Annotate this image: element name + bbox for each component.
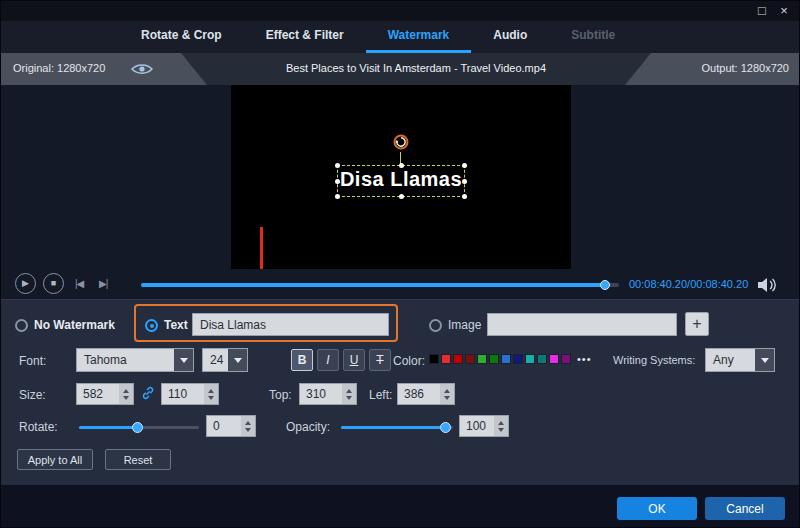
image-watermark-label[interactable]: Image [448,318,481,332]
text-watermark-label[interactable]: Text [164,318,188,332]
height-value: 110 [168,387,187,401]
no-watermark-label[interactable]: No Watermark [34,318,115,332]
width-spinner[interactable]: 582 [76,383,134,405]
seek-progress [141,283,605,287]
color-swatch[interactable] [453,354,463,364]
image-watermark-input[interactable] [487,313,677,336]
left-spinner[interactable]: 386 [397,383,455,405]
spinner-arrows[interactable] [119,384,133,404]
stop-button[interactable]: ■ [43,273,64,294]
link-dimensions-icon[interactable] [140,385,156,405]
spinner-arrows[interactable] [241,416,255,436]
add-image-button[interactable]: + [685,312,709,336]
reset-button[interactable]: Reset [105,449,171,470]
rotate-slider-fill [79,426,137,429]
play-button[interactable]: ▶ [15,273,36,294]
resize-handle[interactable] [335,194,340,199]
color-swatch[interactable] [513,354,523,364]
tab-audio[interactable]: Audio [471,21,549,53]
resize-handle[interactable] [335,179,340,184]
rotate-slider-knob[interactable] [132,422,143,433]
color-swatch[interactable] [441,354,451,364]
opacity-spinner[interactable]: 100 [459,415,509,437]
info-bar: Original: 1280x720 Best Places to Visit … [1,53,800,85]
color-swatch[interactable] [477,354,487,364]
tab-watermark[interactable]: Watermark [366,21,472,53]
resize-handle[interactable] [335,163,340,168]
left-value: 386 [404,387,424,401]
tab-subtitle[interactable]: Subtitle [549,21,637,53]
spinner-arrows[interactable] [204,384,218,404]
color-swatch[interactable] [465,354,475,364]
watermark-overlay-text[interactable]: Disa Llamas [338,168,464,191]
top-value: 310 [306,387,326,401]
video-frame: Disa Llamas [231,85,571,269]
underline-button[interactable]: U [343,349,365,371]
color-swatch[interactable] [525,354,535,364]
chevron-down-icon [755,349,774,371]
more-colors-button[interactable]: ••• [577,353,592,365]
cancel-button[interactable]: Cancel [705,497,785,520]
footer-bar: OK Cancel [1,485,800,528]
font-dropdown[interactable]: Tahoma [76,348,194,372]
left-label: Left: [369,388,392,402]
font-size-dropdown[interactable]: 24 [202,348,248,372]
seek-handle[interactable] [600,280,610,290]
image-watermark-radio[interactable] [429,319,442,332]
spinner-arrows[interactable] [342,384,356,404]
resize-handle[interactable] [399,163,404,168]
seek-slider[interactable] [141,283,619,287]
resize-handle[interactable] [462,194,467,199]
rotate-value: 0 [213,419,220,433]
italic-button[interactable]: I [317,349,339,371]
ok-button[interactable]: OK [617,497,697,520]
font-size-value: 24 [210,353,223,367]
rotate-slider[interactable] [79,426,199,429]
rotate-spinner[interactable]: 0 [206,415,256,437]
rotate-label: Rotate: [19,420,58,434]
preview-original-eye-icon[interactable] [131,62,153,80]
bold-button[interactable]: B [291,349,313,371]
apply-to-all-button[interactable]: Apply to All [17,449,93,470]
color-swatch[interactable] [501,354,511,364]
color-swatch[interactable] [489,354,499,364]
tab-effect-filter[interactable]: Effect & Filter [244,21,366,53]
title-bar: □ × [1,1,800,21]
opacity-slider[interactable] [341,426,453,429]
rotate-watermark-handle[interactable] [392,133,410,155]
strikethrough-button[interactable]: T [369,349,391,371]
resize-handle[interactable] [462,179,467,184]
maximize-button[interactable]: □ [753,3,771,19]
color-swatch[interactable] [537,354,547,364]
original-resolution-label: Original: 1280x720 [13,62,105,74]
font-value: Tahoma [84,353,127,367]
color-swatch[interactable] [429,354,439,364]
color-swatch[interactable] [549,354,559,364]
watermark-selection-box[interactable]: Disa Llamas [337,165,465,197]
font-label: Font: [19,354,46,368]
text-watermark-radio[interactable] [145,319,158,332]
next-frame-button[interactable]: ▶| [99,278,107,289]
spinner-arrows[interactable] [440,384,454,404]
opacity-label: Opacity: [286,420,330,434]
resize-handle[interactable] [399,194,404,199]
text-watermark-input[interactable] [192,313,389,336]
opacity-slider-knob[interactable] [440,422,451,433]
chevron-down-icon [174,349,193,371]
previous-frame-button[interactable]: |◀ [75,278,83,289]
writing-systems-value: Any [713,353,734,367]
close-button[interactable]: × [775,3,793,19]
writing-systems-dropdown[interactable]: Any [705,348,775,372]
no-watermark-radio[interactable] [15,319,28,332]
watermark-editor-window: □ × Rotate & Crop Effect & Filter Waterm… [0,0,800,528]
top-spinner[interactable]: 310 [299,383,357,405]
tab-rotate-crop[interactable]: Rotate & Crop [119,21,244,53]
tab-bar: Rotate & Crop Effect & Filter Watermark … [1,21,800,53]
height-spinner[interactable]: 110 [161,383,219,405]
color-swatch[interactable] [561,354,571,364]
volume-icon[interactable] [757,277,777,297]
size-label: Size: [19,388,46,402]
chevron-down-icon [228,349,247,371]
resize-handle[interactable] [462,163,467,168]
spinner-arrows[interactable] [494,416,508,436]
